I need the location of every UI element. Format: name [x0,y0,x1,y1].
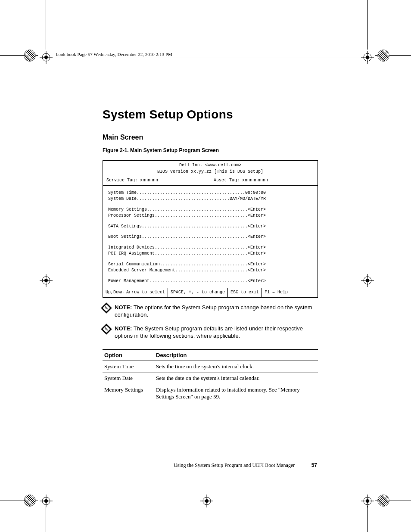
note-row: NOTE: The options for the System Setup p… [103,304,318,319]
page-footer: Using the System Setup Program and UEFI … [174,462,317,469]
bios-vendor: Dell Inc. <www.dell.com> [105,162,316,169]
bios-setting-dots: .................................... [155,245,248,251]
registration-ball-icon [377,50,389,62]
bios-setting-label: Embedded Server Management [108,268,175,274]
note-body: The System Setup program defaults are li… [115,325,303,339]
footer-divider: | [299,462,300,468]
bios-group-gap [108,230,312,234]
table-cell-description: Sets the time on the system's internal c… [154,361,318,372]
bios-setting-label: Power Management [108,278,149,285]
bios-setting-row: Embedded Server Management .............… [108,268,312,274]
bios-group-gap [108,257,312,261]
note-icon [101,302,112,313]
crop-line [367,506,368,532]
bios-tag-row: Service Tag: xnnnnnn Asset Tag: xnnnnnnn… [103,176,318,186]
bios-setting-value: <Enter> [248,251,266,257]
asset-tag: Asset Tag: xnnnnnnnnn [210,176,318,185]
bios-setting-value: <Enter> [248,268,266,274]
bios-setting-label: SATA Settings [108,224,142,230]
bios-screen: Dell Inc. <www.dell.com> BIOS Version xx… [103,160,318,298]
page-title: System Setup Options [103,108,318,121]
bios-footer-nav: Up,Down Arrow to select [103,288,168,297]
table-header-option: Option [103,349,154,361]
table-row: System TimeSets the time on the system's… [103,361,318,372]
registration-ball-icon [24,495,36,507]
bios-setting-label: Processor Settings [108,213,155,219]
bios-setting-row: System Date ............................… [108,196,312,202]
note-label: NOTE: [115,325,132,332]
table-cell-option: System Time [103,361,154,372]
note-text: NOTE: The System Setup program defaults … [115,325,318,340]
registration-target-icon [361,274,374,287]
note-icon [101,324,112,334]
bios-setting-row: Processor Settings .....................… [108,213,312,219]
bios-group-gap [108,219,312,224]
registration-target-icon [200,495,213,507]
bios-footer-exit: ESC to exit [228,288,262,297]
bios-version: BIOS Version xx.yy.zz [This is DOS Setup… [105,169,316,175]
note-row: NOTE: The System Setup program defaults … [103,325,318,340]
section-heading: Main Screen [103,134,318,141]
registration-target-icon [40,51,53,64]
bios-setting-row: System Time ............................… [108,190,312,196]
bios-setting-value: <Enter> [248,261,266,268]
bios-setting-row: Integrated Devices .....................… [108,245,312,251]
header-rule [46,57,368,57]
bios-setting-value: 00:00:00 [245,190,266,196]
options-table: Option Description System TimeSets the t… [103,349,318,402]
footer-section: Using the System Setup Program and UEFI … [174,462,295,468]
table-cell-option: System Date [103,372,154,384]
crop-line [46,506,46,532]
bios-setting-dots: .................................... [155,251,248,257]
registration-target-icon [40,495,53,507]
bios-group-gap [108,240,312,245]
bios-setting-value: DAY/MO/DATE/YR [230,196,266,202]
table-header-description: Description [154,349,318,361]
note-body: The options for the System Setup program… [115,304,312,318]
bios-setting-row: Boot Settings ..........................… [108,234,312,240]
page-number: 57 [311,462,317,468]
bios-setting-label: Memory Settings [108,207,147,213]
page-header-text: book.book Page 57 Wednesday, December 22… [56,52,172,57]
bios-setting-row: Memory Settings ........................… [108,207,312,213]
bios-footer: Up,Down Arrow to select SPACE, +, - to c… [103,288,318,297]
bios-setting-row: SATA Settings ..........................… [108,224,312,230]
bios-setting-dots: .................................... [137,196,230,202]
registration-target-icon [361,51,374,64]
bios-setting-dots: ........................................… [142,224,248,230]
table-cell-description: Sets the date on the system's internal c… [154,372,318,384]
bios-setting-dots: ........................................… [137,190,245,196]
content-area: System Setup Options Main Screen Figure … [103,108,318,402]
bios-header: Dell Inc. <www.dell.com> BIOS Version xx… [103,161,318,176]
bios-setting-label: System Date [108,196,137,202]
bios-setting-dots: ....................................... [147,207,248,213]
bios-setting-value: <Enter> [248,245,266,251]
bios-setting-dots: .................................. [160,261,248,268]
crop-line [367,0,368,50]
bios-setting-dots: ............................ [175,268,248,274]
registration-ball-icon [377,495,389,507]
bios-body: System Time ............................… [103,186,318,288]
bios-setting-row: Serial Communication ...................… [108,261,312,268]
bios-setting-dots: ........................................… [142,234,248,240]
crop-line [46,0,46,50]
table-row: System DateSets the date on the system's… [103,372,318,384]
bios-setting-dots: ...................................... [149,278,248,285]
bios-setting-dots: .................................... [155,213,248,219]
table-cell-description: Displays information related to installe… [154,384,318,402]
bios-group-gap [108,274,312,278]
notes-container: NOTE: The options for the System Setup p… [103,304,318,340]
bios-setting-value: <Enter> [248,207,266,213]
bios-footer-change: SPACE, +, - to change [168,288,228,297]
note-text: NOTE: The options for the System Setup p… [115,304,318,319]
bios-setting-label: Serial Communication [108,261,160,268]
table-row: Memory SettingsDisplays information rela… [103,384,318,402]
bios-setting-label: Integrated Devices [108,245,155,251]
service-tag: Service Tag: xnnnnnn [103,176,210,185]
registration-target-icon [40,274,53,287]
document-page: book.book Page 57 Wednesday, December 22… [0,0,411,532]
note-label: NOTE: [115,304,132,311]
table-cell-option: Memory Settings [103,384,154,402]
figure-caption: Figure 2-1. Main System Setup Program Sc… [103,147,318,153]
bios-setting-value: <Enter> [248,278,266,285]
